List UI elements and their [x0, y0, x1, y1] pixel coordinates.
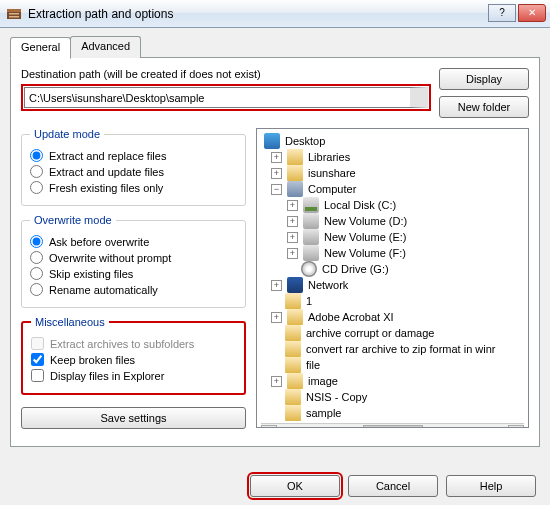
window-controls: ? ✕	[488, 4, 546, 24]
help-button[interactable]: Help	[446, 475, 536, 497]
folder-icon	[287, 165, 303, 181]
tree-1[interactable]: 1	[304, 293, 312, 309]
folder-icon	[285, 405, 301, 421]
overwrite-opt-rename[interactable]: Rename automatically	[30, 283, 237, 296]
tab-advanced[interactable]: Advanced	[70, 36, 141, 58]
update-opt-fresh[interactable]: Fresh existing files only	[30, 181, 237, 194]
svg-rect-2	[9, 13, 19, 15]
tree-file[interactable]: file	[304, 357, 320, 373]
folder-tree[interactable]: Desktop +Libraries +isunshare −Computer …	[256, 128, 529, 428]
radio-ask-before[interactable]	[30, 235, 43, 248]
network-icon	[287, 277, 303, 293]
ok-button[interactable]: OK	[250, 475, 340, 497]
folder-icon	[285, 341, 301, 357]
expander-icon[interactable]: +	[271, 312, 282, 323]
radio-skip-existing[interactable]	[30, 267, 43, 280]
expander-icon[interactable]: +	[271, 376, 282, 387]
folder-icon	[285, 325, 301, 341]
tree-sample[interactable]: sample	[304, 405, 341, 421]
folder-icon	[287, 373, 303, 389]
check-extract-subfolders	[31, 337, 44, 350]
tab-strip: General Advanced	[10, 36, 540, 58]
folder-icon	[285, 389, 301, 405]
radio-extract-replace[interactable]	[30, 149, 43, 162]
overwrite-opt-without[interactable]: Overwrite without prompt	[30, 251, 237, 264]
horizontal-scrollbar[interactable]: ◄ ►	[261, 423, 524, 428]
expander-icon[interactable]: +	[271, 152, 282, 163]
dialog-footer: OK Cancel Help	[250, 475, 536, 497]
tab-general[interactable]: General	[10, 37, 71, 59]
update-mode-group: Update mode Extract and replace files Ex…	[21, 128, 246, 206]
expander-icon[interactable]: +	[287, 248, 298, 259]
tab-panel: Destination path (will be created if doe…	[10, 57, 540, 447]
folder-icon	[285, 357, 301, 373]
overwrite-mode-legend: Overwrite mode	[30, 214, 116, 226]
tree-drive-g[interactable]: CD Drive (G:)	[320, 261, 389, 277]
drive-icon	[303, 245, 319, 261]
app-icon	[6, 6, 22, 22]
svg-rect-1	[7, 9, 21, 12]
update-opt-replace[interactable]: Extract and replace files	[30, 149, 237, 162]
expander-icon[interactable]: +	[287, 232, 298, 243]
save-settings-button[interactable]: Save settings	[21, 407, 246, 429]
overwrite-opt-ask[interactable]: Ask before overwrite	[30, 235, 237, 248]
tree-network[interactable]: Network	[306, 277, 348, 293]
radio-rename-auto[interactable]	[30, 283, 43, 296]
new-folder-button[interactable]: New folder	[439, 96, 529, 118]
help-button[interactable]: ?	[488, 4, 516, 22]
expander-icon[interactable]: +	[287, 216, 298, 227]
overwrite-mode-group: Overwrite mode Ask before overwrite Over…	[21, 214, 246, 308]
radio-without-prompt[interactable]	[30, 251, 43, 264]
drive-icon	[303, 197, 319, 213]
expander-icon[interactable]: +	[287, 200, 298, 211]
tree-libraries[interactable]: Libraries	[306, 149, 350, 165]
check-display-explorer[interactable]	[31, 369, 44, 382]
drive-icon	[303, 229, 319, 245]
tree-drive-d[interactable]: New Volume (D:)	[322, 213, 407, 229]
scroll-thumb[interactable]	[363, 425, 423, 429]
tree-drive-f[interactable]: New Volume (F:)	[322, 245, 406, 261]
folder-icon	[287, 149, 303, 165]
expander-icon[interactable]: −	[271, 184, 282, 195]
folder-icon	[285, 293, 301, 309]
path-highlight	[21, 84, 431, 111]
check-keep-broken[interactable]	[31, 353, 44, 366]
tree-adobe[interactable]: Adobe Acrobat XI	[306, 309, 394, 325]
cancel-button[interactable]: Cancel	[348, 475, 438, 497]
destination-path-input[interactable]	[24, 87, 428, 108]
svg-rect-3	[9, 16, 19, 18]
tree-isunshare[interactable]: isunshare	[306, 165, 356, 181]
computer-icon	[287, 181, 303, 197]
folder-icon	[287, 309, 303, 325]
misc-opt-keep-broken[interactable]: Keep broken files	[31, 353, 236, 366]
cd-drive-icon	[301, 261, 317, 277]
misc-opt-display-explorer[interactable]: Display files in Explorer	[31, 369, 236, 382]
window-title: Extraction path and options	[28, 7, 488, 21]
update-opt-update[interactable]: Extract and update files	[30, 165, 237, 178]
overwrite-opt-skip[interactable]: Skip existing files	[30, 267, 237, 280]
tree-drive-c[interactable]: Local Disk (C:)	[322, 197, 396, 213]
title-bar: Extraction path and options ? ✕	[0, 0, 550, 28]
window-body: General Advanced Destination path (will …	[0, 28, 550, 505]
tree-desktop[interactable]: Desktop	[283, 133, 325, 149]
close-button[interactable]: ✕	[518, 4, 546, 22]
miscellaneous-group: Miscellaneous Extract archives to subfol…	[21, 316, 246, 395]
update-mode-legend: Update mode	[30, 128, 104, 140]
destination-label: Destination path (will be created if doe…	[21, 68, 431, 80]
tree-archive-corrupt[interactable]: archive corrupt or damage	[304, 325, 434, 341]
scroll-left-icon[interactable]: ◄	[261, 425, 277, 429]
destination-row: Destination path (will be created if doe…	[21, 68, 529, 118]
tree-convert[interactable]: convert rar archive to zip format in win…	[304, 341, 496, 357]
radio-fresh-existing[interactable]	[30, 181, 43, 194]
expander-icon[interactable]: +	[271, 280, 282, 291]
miscellaneous-legend: Miscellaneous	[31, 316, 109, 328]
scroll-right-icon[interactable]: ►	[508, 425, 524, 429]
desktop-icon	[264, 133, 280, 149]
tree-computer[interactable]: Computer	[306, 181, 356, 197]
radio-extract-update[interactable]	[30, 165, 43, 178]
tree-drive-e[interactable]: New Volume (E:)	[322, 229, 407, 245]
display-button[interactable]: Display	[439, 68, 529, 90]
tree-image[interactable]: image	[306, 373, 338, 389]
tree-nsis[interactable]: NSIS - Copy	[304, 389, 367, 405]
expander-icon[interactable]: +	[271, 168, 282, 179]
